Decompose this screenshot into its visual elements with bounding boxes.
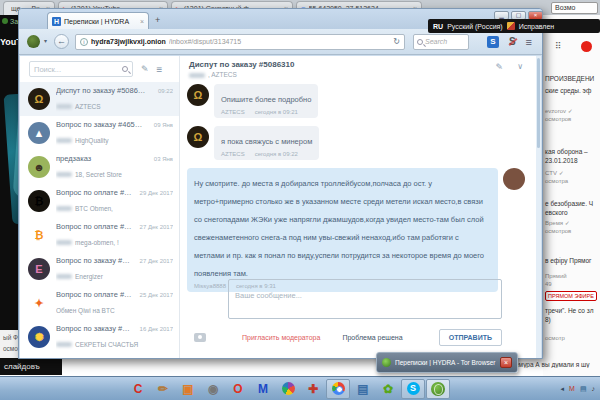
- yt-text-fragment: Прямий: [545, 273, 567, 279]
- conversation-item[interactable]: ✦ Вопрос по оплате #… 25 Дек 2017 Обмен …: [20, 286, 179, 320]
- noscript-icon[interactable]: S: [487, 36, 499, 48]
- taskbar-icon[interactable]: ▤: [351, 379, 375, 399]
- taskbar-icon[interactable]: ✏: [151, 379, 175, 399]
- https-everywhere-icon[interactable]: S: [509, 36, 516, 47]
- taskbar-icon[interactable]: ✚: [301, 379, 325, 399]
- edit-icon[interactable]: ✎: [495, 62, 503, 72]
- background-video-title: емура А вы думали я шу: [515, 361, 600, 368]
- app-icon: ✿: [383, 382, 393, 396]
- taskbar-icon[interactable]: [276, 379, 300, 399]
- app-icon: C: [134, 382, 143, 396]
- message-list: Ω Опишите более подробно AZTECSсегодня в…: [187, 84, 525, 292]
- yt-text-fragment: осмотра: [545, 178, 568, 184]
- app-icon: ▣: [182, 382, 193, 396]
- avatar: ₿: [28, 224, 50, 246]
- tray-icon[interactable]: M: [569, 385, 575, 393]
- avatar: ✦: [28, 292, 50, 314]
- back-button[interactable]: ←: [54, 34, 69, 49]
- background-notification-button[interactable]: Возмо: [551, 2, 598, 14]
- message-sender: AZTECS: [221, 109, 245, 115]
- conversation-item[interactable]: ₿ Вопрос по оплате #… 29 Дек 2017 BTC Ob…: [20, 184, 179, 218]
- conversation-participants: СЕКРЕТЫ СЧАСТЬЯ: [56, 341, 138, 348]
- chat-participants: , AZTECS: [189, 71, 237, 78]
- avatar: Ω: [187, 84, 209, 106]
- list-menu-icon[interactable]: ≡: [157, 64, 163, 75]
- keyboard-icon: [507, 22, 515, 30]
- yt-text-fragment: осмотр: [545, 335, 565, 341]
- browser-menu-icon[interactable]: ≡: [526, 36, 532, 48]
- avatar: ₿: [28, 190, 50, 212]
- tray-icon[interactable]: ◂: [561, 385, 565, 393]
- taskbar-icon[interactable]: [401, 379, 425, 399]
- taskbar-icon[interactable]: C: [126, 379, 150, 399]
- conversation-item[interactable]: Ω Диспут по заказу #5086… 09:22 AZTECS: [20, 82, 179, 116]
- taskbar-icon[interactable]: M: [251, 379, 275, 399]
- conversation-time: 09:22: [158, 88, 173, 94]
- tor-browser-icon: [382, 358, 391, 367]
- conversation-participants: BTC Obmen,: [56, 205, 113, 212]
- site-info-icon[interactable]: i: [80, 38, 88, 46]
- conversation-participants: Energizer: [56, 273, 103, 280]
- chat-message: Ω Опишите более подробно AZTECSсегодня в…: [187, 84, 525, 118]
- tray-icon[interactable]: ♪: [592, 385, 596, 393]
- taskbar-preview-tooltip[interactable]: Переписки | HYDRA - Tor Browser ×: [376, 352, 518, 373]
- tooltip-close-icon[interactable]: ×: [500, 357, 512, 368]
- chat-pane: Диспут по заказу #5086310 , AZTECS ✎ ∨ Ω…: [181, 56, 535, 358]
- sidebar-search-input[interactable]: Поиск...: [29, 61, 133, 77]
- language-extra: Исправлен: [519, 23, 555, 30]
- chevron-down-icon[interactable]: ∨: [517, 62, 523, 71]
- yt-text-fragment: ПРОИЗВЕДЕНИ: [545, 75, 594, 82]
- message-sender: Missya8888: [194, 283, 226, 289]
- language-bar[interactable]: RU Русский (Россия) Исправлен: [428, 19, 600, 33]
- yt-text-fragment: в ефіру Прямог: [545, 257, 591, 264]
- url-path: /inbox#/disput/3134715: [169, 38, 391, 45]
- taskbar-icon[interactable]: ▣: [176, 379, 200, 399]
- conversation-item[interactable]: ☻ предзаказ 03 Янв 18, Secret Store: [20, 150, 179, 184]
- chat-scrollbar[interactable]: [536, 56, 541, 358]
- invite-moderator-link[interactable]: Пригласить модератора: [242, 334, 320, 341]
- hydra-app: Поиск... ✎ ≡ Ω Диспут по заказу #5086…: [20, 56, 541, 358]
- slide-label: слайдовъ: [0, 358, 62, 375]
- yt-text-fragment: тречи". Не со зл: [545, 307, 594, 314]
- redacted-name: [56, 172, 72, 177]
- notification-bell-icon[interactable]: [581, 41, 592, 52]
- system-tray: ◂M▤♪: [561, 385, 595, 393]
- conversation-participants: Обмен Qiwi на BTC: [56, 307, 115, 314]
- url-bar[interactable]: i hydra73jwjlkvxij.onion /inbox#/disput/…: [75, 34, 405, 50]
- conversation-title: Вопрос по оплате #…: [56, 188, 137, 197]
- taskbar-icon[interactable]: O: [226, 379, 250, 399]
- conversation-item[interactable]: E Вопрос по заказу #… 27 Дек 2017 Energi…: [20, 252, 179, 286]
- reload-icon[interactable]: ↻: [393, 37, 400, 46]
- problem-solved-link[interactable]: Проблема решена: [342, 334, 402, 341]
- message-input[interactable]: Ваше сообщение...: [228, 279, 502, 319]
- torbutton-onion-icon[interactable]: [27, 35, 40, 48]
- conversation-item[interactable]: ₿ Вопрос по оплате #… 27 Дек 2017 mega-o…: [20, 218, 179, 252]
- search-placeholder: Search: [425, 38, 447, 45]
- yt-text-fragment: evzorov ✓: [545, 107, 573, 114]
- apps-grid-icon[interactable]: ⠿: [555, 41, 563, 51]
- tor-active-tab[interactable]: H Переписки | HYDRA ×: [47, 12, 149, 29]
- redacted-name: [56, 274, 72, 279]
- redacted-name: [189, 73, 205, 78]
- taskbar-icon[interactable]: ◉: [201, 379, 225, 399]
- conversation-time: 16 Дек 2017: [140, 326, 173, 332]
- chat-message: Ω я пока свяжусь с минером AZTECSсегодня…: [187, 126, 525, 160]
- compose-icon[interactable]: ✎: [141, 64, 149, 74]
- app-icon: [332, 382, 345, 395]
- taskbar-icon[interactable]: ✿: [376, 379, 400, 399]
- send-button[interactable]: ОТПРАВИТЬ: [439, 329, 502, 346]
- new-tab-button[interactable]: +: [155, 15, 160, 25]
- taskbar-icon[interactable]: [426, 379, 450, 399]
- taskbar-icon[interactable]: [326, 379, 350, 399]
- tab-close-icon[interactable]: ×: [140, 18, 144, 25]
- attach-photo-icon[interactable]: [194, 333, 206, 342]
- avatar: Ω: [28, 88, 50, 110]
- redacted-name: [56, 342, 72, 347]
- conversation-item[interactable]: ✺ Вопрос по заказу #… 16 Дек 2017 СЕКРЕТ…: [20, 320, 179, 354]
- conversation-item[interactable]: ▲ Вопрос по заказу #465… 09 Янв HighQual…: [20, 116, 179, 150]
- search-bar[interactable]: Search: [413, 34, 469, 50]
- app-icon: [282, 382, 295, 395]
- conversation-time: 27 Дек 2017: [140, 258, 173, 264]
- message-text: я пока свяжусь с минером: [221, 137, 312, 146]
- tray-icon[interactable]: ▤: [580, 385, 587, 393]
